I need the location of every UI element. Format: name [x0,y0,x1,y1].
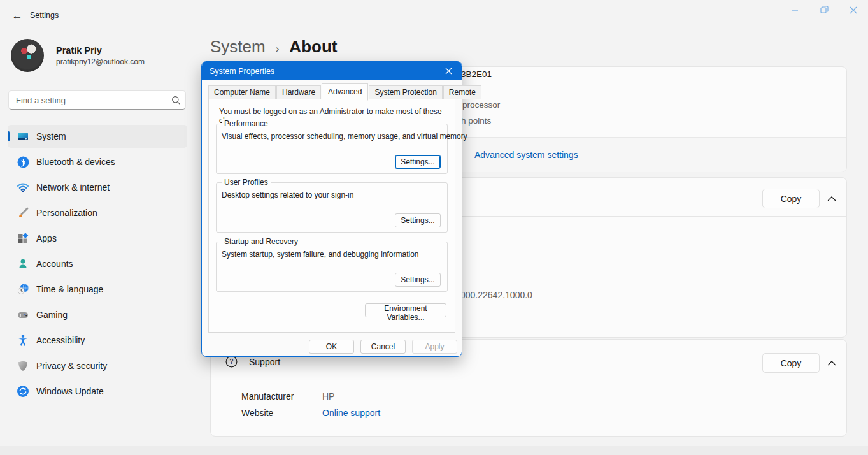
startup-recovery-settings-button[interactable]: Settings... [395,273,441,287]
chevron-up-icon [827,360,836,366]
breadcrumb: System › About [210,37,337,57]
performance-group-title: Performance [222,119,271,128]
clock-globe-icon [17,283,29,296]
system-icon [17,130,29,143]
sidebar-item-accessibility[interactable]: Accessibility [8,329,187,352]
sidebar-nav: System Bluetooth & devices Network & int… [8,125,187,405]
bluetooth-icon [17,155,29,168]
tab-system-protection[interactable]: System Protection [369,85,442,99]
close-icon [445,68,452,75]
ok-button[interactable]: OK [309,340,354,354]
sidebar-item-system[interactable]: System [8,125,187,148]
os-build-fragment: 000.22642.1000.0 [460,290,532,300]
sidebar-item-label: Accounts [36,259,73,269]
tab-advanced[interactable]: Advanced [322,83,368,101]
advanced-tab-page: You must be logged on as an Administrato… [208,99,455,333]
back-arrow-icon: ← [12,10,23,22]
collapse-chevron-button[interactable] [825,356,839,370]
online-support-link[interactable]: Online support [322,408,380,418]
restore-icon [820,6,829,14]
divider [211,382,846,382]
paintbrush-icon [17,206,29,219]
sidebar-item-gaming[interactable]: Gaming [8,303,187,326]
person-icon [17,257,29,270]
account-block[interactable]: Pratik Priy pratikpriy12@outlook.com [11,38,189,73]
search-icon [166,96,185,105]
accessibility-person-icon [17,334,29,347]
apply-button[interactable]: Apply [412,340,457,354]
support-title: Support [249,357,280,367]
sidebar-item-label: Windows Update [36,386,104,396]
cancel-button[interactable]: Cancel [360,340,406,354]
gamepad-icon [17,308,29,321]
user-name: Pratik Priy [56,45,145,55]
chevron-up-icon [827,196,836,201]
sidebar-item-label: Gaming [36,310,68,320]
sidebar-item-label: Bluetooth & devices [36,157,115,167]
dialog-close-button[interactable] [438,64,459,78]
manufacturer-value: HP [322,391,334,401]
minimize-icon [791,6,799,14]
search-input[interactable] [9,96,166,105]
question-mark-icon: ? [225,356,238,368]
performance-settings-button[interactable]: Settings... [395,155,441,169]
user-profiles-group-desc: Desktop settings related to your sign-in [222,191,353,199]
sidebar-item-label: Personalization [36,208,97,218]
sidebar-item-label: Apps [36,233,57,243]
startup-recovery-group-title: Startup and Recovery [222,237,301,246]
tab-hardware[interactable]: Hardware [276,85,321,99]
sidebar-item-bluetooth-devices[interactable]: Bluetooth & devices [8,150,187,173]
user-profiles-group: User Profiles Desktop settings related t… [216,182,448,233]
sidebar-item-time-language[interactable]: Time & language [8,278,187,301]
search-box [8,90,186,110]
svg-text:?: ? [230,358,234,365]
sidebar-item-label: Accessibility [36,335,85,345]
advanced-system-settings-link[interactable]: Advanced system settings [474,150,578,160]
sidebar-item-label: Privacy & security [36,361,107,371]
maximize-button[interactable] [809,0,839,20]
breadcrumb-separator: › [276,43,280,55]
back-button[interactable]: ← [8,8,27,24]
page-title: About [289,37,337,57]
startup-recovery-group: Startup and Recovery System startup, sys… [216,242,448,292]
performance-group: Performance Visual effects, processor sc… [216,124,448,174]
apps-icon [17,232,29,245]
manufacturer-label: Manufacturer [241,391,294,401]
device-id-fragment: 3B2E01 [461,69,492,79]
touch-points-fragment: h points [461,116,491,126]
sidebar-item-privacy-security[interactable]: Privacy & security [8,354,187,377]
sidebar-item-apps[interactable]: Apps [8,227,187,250]
performance-group-desc: Visual effects, processor scheduling, me… [222,132,467,141]
copy-button[interactable]: Copy [762,353,820,373]
sidebar-item-label: Time & language [36,284,103,294]
avatar [11,39,44,72]
website-label: Website [241,408,273,418]
sidebar-item-accounts[interactable]: Accounts [8,252,187,275]
startup-recovery-group-desc: System startup, system failure, and debu… [222,250,419,259]
minimize-button[interactable] [780,0,809,20]
sidebar-item-personalization[interactable]: Personalization [8,201,187,224]
user-email: pratikpriy12@outlook.com [56,57,145,66]
close-icon [850,6,857,14]
processor-fragment: processor [462,100,500,110]
copy-button[interactable]: Copy [762,189,820,208]
close-button[interactable] [839,0,868,20]
environment-variables-button[interactable]: Environment Variables... [365,303,446,317]
shield-icon [17,359,29,372]
breadcrumb-system[interactable]: System [210,37,266,57]
sidebar-item-windows-update[interactable]: Windows Update [8,380,187,403]
dialog-title: System Properties [210,67,274,76]
window-title: Settings [30,11,59,20]
collapse-chevron-button[interactable] [825,191,839,205]
dialog-titlebar[interactable]: System Properties [202,62,462,80]
sidebar-item-label: Network & internet [36,182,110,192]
sidebar-item-network-internet[interactable]: Network & internet [8,176,187,199]
tab-remote[interactable]: Remote [443,85,481,99]
user-profiles-settings-button[interactable]: Settings... [395,213,441,227]
wifi-icon [17,181,29,194]
user-profiles-group-title: User Profiles [222,178,271,187]
system-properties-dialog: System Properties Computer Name Hardware… [201,61,462,357]
window-bottom-edge [0,446,868,455]
tab-computer-name[interactable]: Computer Name [208,85,276,99]
sidebar-item-label: System [36,131,66,141]
